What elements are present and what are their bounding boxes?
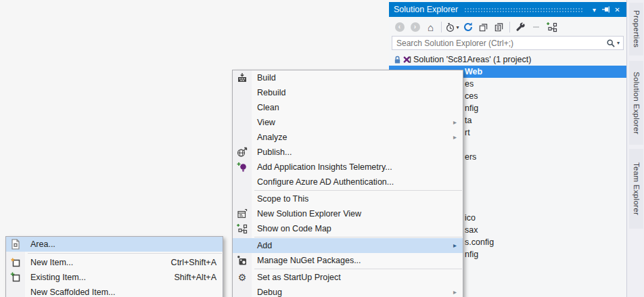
toolbar-separator bbox=[509, 22, 510, 32]
wrench-icon bbox=[515, 22, 526, 32]
tree-row-fragment[interactable]: ta bbox=[465, 114, 472, 127]
application-insights-icon bbox=[237, 162, 248, 173]
menu-separator bbox=[254, 269, 462, 269]
tree-row-fragment[interactable]: ico bbox=[465, 212, 476, 224]
tree-row-fragment[interactable]: nfig bbox=[465, 248, 478, 260]
menu-item-analyze[interactable]: Analyze ▸ bbox=[233, 130, 463, 145]
submenu-item-existing-item[interactable]: Existing Item... Shift+Alt+A bbox=[6, 270, 223, 285]
panel-title: Solution Explorer bbox=[394, 5, 458, 14]
solution-explorer-toolbar: ‹ › ⌂ ▾ bbox=[392, 19, 624, 35]
build-icon bbox=[237, 72, 248, 83]
refresh-button[interactable] bbox=[461, 20, 475, 35]
code-map-icon bbox=[547, 22, 557, 32]
code-map-toolbar-button[interactable] bbox=[545, 20, 559, 35]
back-button[interactable]: ‹ bbox=[392, 20, 407, 35]
tab-team-explorer[interactable]: Team Explorer bbox=[629, 149, 643, 229]
menu-item-clean[interactable]: Clean bbox=[233, 100, 463, 115]
menu-item-manage-nuget-packages[interactable]: Manage NuGet Packages... bbox=[233, 253, 463, 268]
shortcut-label: Ctrl+Shift+A bbox=[171, 255, 216, 270]
collapse-all-button[interactable] bbox=[476, 20, 490, 35]
solution-explorer-titlebar[interactable]: Solution Explorer ▾ ✕ bbox=[389, 2, 626, 17]
close-icon[interactable]: ✕ bbox=[612, 3, 623, 16]
search-box: ▾ bbox=[392, 36, 624, 50]
tree-row-fragment[interactable]: es bbox=[465, 78, 474, 90]
nuget-icon bbox=[237, 255, 248, 266]
window-position-icon[interactable]: ▾ bbox=[589, 3, 600, 16]
menu-item-publish[interactable]: Publish... bbox=[233, 145, 463, 160]
search-options-caret-icon[interactable]: ▾ bbox=[616, 40, 623, 46]
add-submenu: Area... New Item... Ctrl+Shift+A Existin… bbox=[5, 236, 223, 297]
tree-row-fragment[interactable]: sax bbox=[465, 224, 478, 236]
search-input[interactable] bbox=[392, 39, 606, 48]
menu-item-set-as-startup-project[interactable]: ⚙ Set as StartUp Project bbox=[233, 270, 463, 285]
tree-row-fragment[interactable]: ers bbox=[465, 151, 476, 163]
menu-item-add[interactable]: Add ▸ bbox=[233, 238, 463, 253]
scaffold-document-icon bbox=[10, 239, 21, 250]
project-context-menu: Build Rebuild Clean View ▸ Analyze ▸ Pub… bbox=[232, 70, 463, 297]
tab-properties[interactable]: Properties bbox=[629, 3, 643, 55]
home-button[interactable]: ⌂ bbox=[423, 20, 438, 35]
menu-item-debug[interactable]: Debug ▸ bbox=[233, 285, 463, 297]
submenu-item-area[interactable]: Area... bbox=[6, 237, 223, 252]
new-item-icon bbox=[10, 257, 21, 268]
tree-row-fragment[interactable]: ces bbox=[465, 90, 478, 102]
menu-item-build[interactable]: Build bbox=[233, 70, 463, 85]
menu-item-show-on-code-map[interactable]: Show on Code Map bbox=[233, 221, 463, 236]
search-icon[interactable] bbox=[606, 39, 616, 48]
home-icon: ⌂ bbox=[428, 22, 434, 32]
menu-item-configure-azure-ad[interactable]: Configure Azure AD Authentication... bbox=[233, 175, 463, 189]
tree-row-fragment[interactable]: s.config bbox=[465, 236, 494, 248]
menu-item-scope-to-this[interactable]: Scope to This bbox=[233, 191, 463, 206]
disabled-dash-button bbox=[529, 20, 543, 35]
dash-icon bbox=[533, 26, 539, 28]
tree-row-fragment[interactable]: nfig bbox=[465, 102, 478, 114]
pin-icon-glyph bbox=[601, 5, 610, 14]
lock-icon bbox=[394, 55, 401, 64]
menu-separator bbox=[254, 190, 462, 191]
pin-icon[interactable] bbox=[600, 3, 612, 16]
autohide-tab-strip: Properties Solution Explorer Team Explor… bbox=[626, 0, 644, 297]
submenu-arrow-icon: ▸ bbox=[453, 285, 457, 297]
history-filter-icon bbox=[445, 22, 455, 32]
publish-icon bbox=[237, 147, 248, 158]
shortcut-label: Shift+Alt+A bbox=[174, 270, 216, 285]
visual-studio-solution-icon bbox=[402, 55, 411, 65]
history-filter-caret-icon: ▾ bbox=[456, 24, 459, 30]
menu-item-rebuild[interactable]: Rebuild bbox=[233, 85, 463, 100]
submenu-arrow-icon: ▸ bbox=[453, 115, 457, 130]
titlebar-grip-texture bbox=[464, 7, 582, 14]
properties-button[interactable] bbox=[513, 20, 528, 35]
forward-button[interactable]: › bbox=[408, 20, 422, 35]
submenu-item-new-scaffolded-item[interactable]: New Scaffolded Item... bbox=[6, 285, 223, 297]
solution-node-label: Solution 'Sc81Areas' (1 project) bbox=[413, 53, 531, 66]
toolbar-separator bbox=[441, 22, 442, 32]
back-icon: ‹ bbox=[395, 22, 405, 32]
copy-documents-icon bbox=[494, 22, 504, 32]
code-map-icon bbox=[237, 223, 248, 234]
copy-documents-button[interactable] bbox=[492, 20, 506, 35]
tab-solution-explorer[interactable]: Solution Explorer bbox=[629, 61, 643, 145]
menu-item-view[interactable]: View ▸ bbox=[233, 115, 463, 130]
submenu-arrow-icon: ▸ bbox=[453, 238, 457, 253]
refresh-icon bbox=[463, 22, 474, 32]
menu-item-add-application-insights[interactable]: Add Application Insights Telemetry... bbox=[233, 160, 463, 175]
submenu-arrow-icon: ▸ bbox=[453, 130, 457, 145]
forward-icon: › bbox=[411, 22, 420, 32]
tree-row-fragment[interactable]: rt bbox=[465, 127, 470, 139]
pending-changes-filter-button[interactable]: ▾ bbox=[445, 20, 459, 35]
existing-item-icon bbox=[10, 272, 21, 283]
menu-separator bbox=[28, 253, 222, 254]
selected-project-label: Web bbox=[465, 66, 482, 78]
submenu-item-new-item[interactable]: New Item... Ctrl+Shift+A bbox=[6, 255, 223, 270]
collapse-all-icon bbox=[478, 22, 488, 32]
menu-item-new-solution-explorer-view[interactable]: New Solution Explorer View bbox=[233, 206, 463, 221]
gear-icon: ⚙ bbox=[237, 272, 248, 283]
new-solution-explorer-view-icon bbox=[237, 208, 248, 219]
menu-separator bbox=[254, 237, 462, 237]
tree-row-solution[interactable]: Solution 'Sc81Areas' (1 project) bbox=[389, 53, 626, 66]
